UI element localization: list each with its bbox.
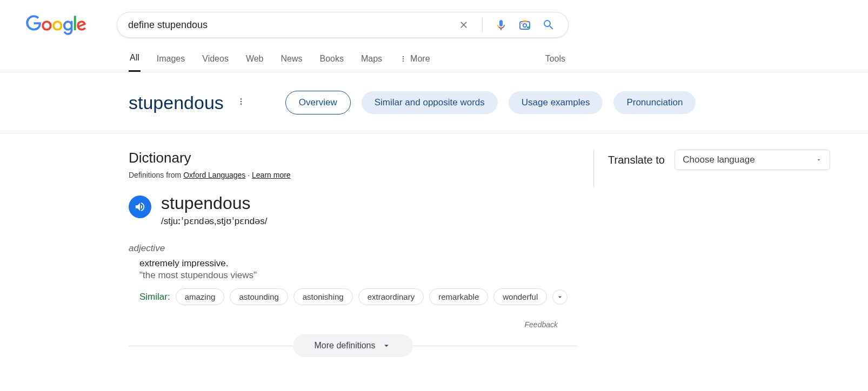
tab-all[interactable]: All <box>129 53 141 72</box>
dictionary-source: Definitions from Oxford Languages · Lear… <box>129 171 577 179</box>
synonym-chip[interactable]: remarkable <box>429 288 488 305</box>
separator <box>482 17 483 32</box>
svg-rect-2 <box>523 21 527 22</box>
svg-point-10 <box>240 103 242 105</box>
feedback-link[interactable]: Feedback <box>129 320 558 329</box>
chevron-down-icon <box>382 341 391 350</box>
synonym-chip[interactable]: astonishing <box>293 288 353 305</box>
example-text: "the most stupendous views" <box>139 270 577 281</box>
synonym-chip[interactable]: astounding <box>230 288 288 305</box>
synonyms-row: Similar: amazing astounding astonishing … <box>139 288 577 305</box>
part-of-speech: adjective <box>129 243 577 254</box>
svg-point-5 <box>403 56 404 57</box>
learn-more-link[interactable]: Learn more <box>252 171 291 179</box>
tab-images[interactable]: Images <box>156 54 186 71</box>
svg-point-1 <box>523 24 526 27</box>
translate-label: Translate to <box>608 154 665 166</box>
word-strip: stupendous Overview Similar and opposite… <box>0 91 868 133</box>
svg-point-9 <box>240 101 242 103</box>
divider <box>413 346 577 346</box>
tab-videos[interactable]: Videos <box>201 54 230 71</box>
more-vertical-icon <box>399 55 407 63</box>
results-tabs: All Images Videos Web News Books Maps Mo… <box>0 53 868 72</box>
tools-button[interactable]: Tools <box>545 54 565 71</box>
speaker-icon <box>134 201 146 213</box>
expand-synonyms-button[interactable] <box>552 289 567 305</box>
oxford-link[interactable]: Oxford Languages <box>183 171 245 179</box>
chip-overview[interactable]: Overview <box>285 91 351 114</box>
dropdown-icon <box>816 157 822 163</box>
definition-text: extremely impressive. <box>139 258 577 269</box>
google-logo[interactable] <box>26 15 86 38</box>
headword: stupendous <box>129 92 224 113</box>
svg-point-8 <box>240 98 242 100</box>
chip-pronunciation[interactable]: Pronunciation <box>613 91 696 114</box>
clear-icon[interactable] <box>456 17 471 32</box>
synonym-chip[interactable]: amazing <box>176 288 225 305</box>
divider <box>129 346 293 346</box>
tab-web[interactable]: Web <box>245 54 265 71</box>
similar-label: Similar: <box>139 292 170 302</box>
image-search-icon[interactable] <box>517 17 532 32</box>
tab-books[interactable]: Books <box>319 54 345 71</box>
chip-usage-examples[interactable]: Usage examples <box>509 91 603 114</box>
more-definitions-button[interactable]: More definitions <box>293 334 413 357</box>
svg-point-6 <box>403 58 404 59</box>
tab-news[interactable]: News <box>280 54 304 71</box>
search-icon[interactable] <box>541 17 556 32</box>
language-select[interactable]: Choose language <box>675 150 830 170</box>
word-menu-icon[interactable] <box>235 95 248 110</box>
search-bar <box>117 12 569 38</box>
dictionary-heading: Dictionary <box>129 150 577 166</box>
svg-point-7 <box>403 60 404 61</box>
synonym-chip[interactable]: wonderful <box>493 288 547 305</box>
voice-search-icon[interactable] <box>493 17 509 32</box>
entry-word: stupendous <box>161 193 267 213</box>
synonym-chip[interactable]: extraordinary <box>358 288 424 305</box>
tab-more[interactable]: More <box>398 54 431 71</box>
search-input[interactable] <box>128 19 452 31</box>
pronounce-button[interactable] <box>129 196 151 218</box>
chevron-down-icon <box>556 293 564 301</box>
pronunciation-text: /stjuːˈpɛndəs,stjʊˈpɛndəs/ <box>161 215 267 227</box>
svg-point-3 <box>522 23 523 24</box>
svg-rect-4 <box>527 26 529 28</box>
chip-similar-opposite[interactable]: Similar and opposite words <box>362 91 498 114</box>
tab-maps[interactable]: Maps <box>360 54 383 71</box>
